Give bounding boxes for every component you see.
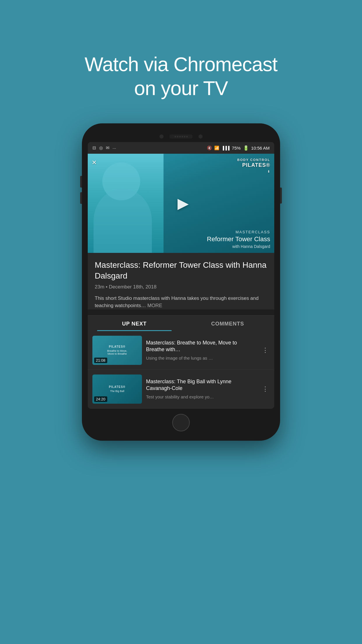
volume-down-button (80, 192, 82, 204)
video-details: Masterclass: Reformer Tower Class with H… (88, 253, 274, 309)
video-overlay-title: Reformer Tower Class (207, 235, 270, 243)
video-meta: 23m • December 18th, 2018 (95, 284, 267, 290)
front-camera (159, 134, 164, 139)
video-overlay-subtitle: with Hanna Dalsgard (207, 244, 270, 249)
close-button[interactable]: × (92, 158, 96, 167)
thumbnail-2: PILATES® The Big Ball 24:20 (92, 374, 142, 404)
home-button[interactable] (172, 414, 190, 431)
video-tag: MASTERCLASS (207, 230, 270, 234)
volume-up-button (80, 176, 82, 188)
phone-body: ⊟ ◎ ✉ ··· 🔇 📶 ▐▐▐ 75% 🔋 10:56 AM (82, 123, 280, 441)
duration-2: 24:20 (94, 396, 107, 402)
thumbnail-logo-1: PILATES® (109, 345, 126, 348)
battery-percent: 75% (232, 146, 241, 150)
video-item-title-1: Masterclass: Breathe to Move, Move to Br… (146, 340, 257, 353)
phone-screen: ⊟ ◎ ✉ ··· 🔇 📶 ▐▐▐ 75% 🔋 10:56 AM (88, 142, 274, 409)
clock-display: 10:56 AM (251, 146, 270, 150)
earpiece-speaker (169, 134, 193, 139)
brand-logo: BODY CONTROL PILATES® ⬇ (237, 158, 270, 174)
power-button (280, 188, 282, 204)
body-shape (94, 189, 152, 253)
instructor-image (88, 154, 164, 253)
thumbnail-title-1: Breathe to Move,Move to Breathe (105, 349, 130, 355)
video-item-desc-1: Using the image of the lungs as … (146, 355, 257, 361)
video-thumbnail[interactable]: × BODY CONTROL PILATES® ⬇ ▶ MASTERCLASS … (88, 154, 274, 253)
more-button[interactable]: MORE (147, 303, 162, 308)
volume-buttons (80, 176, 82, 204)
video-item-title-2: Masterclass: The Big Ball with Lynne Cav… (146, 378, 257, 392)
video-item-desc-2: Test your stability and explore yo… (146, 394, 257, 400)
video-info-2: Masterclass: The Big Ball with Lynne Cav… (146, 378, 257, 400)
up-next-list: PILATES® Breathe to Move,Move to Breathe… (88, 331, 274, 409)
brand-download-icon: ⬇ (237, 169, 270, 174)
battery-icon: 🔋 (243, 145, 249, 151)
status-bar: ⊟ ◎ ✉ ··· 🔇 📶 ▐▐▐ 75% 🔋 10:56 AM (88, 142, 274, 154)
brand-name-line1: BODY CONTROL (237, 158, 270, 162)
video-title: Masterclass: Reformer Tower Class with H… (95, 260, 267, 281)
list-item[interactable]: PILATES® Breathe to Move,Move to Breathe… (88, 331, 274, 370)
thumbnail-1: PILATES® Breathe to Move,Move to Breathe… (92, 336, 142, 365)
description-text: This short Studio masterclass with Hanna… (95, 295, 259, 309)
more-status-icon: ··· (113, 146, 116, 150)
phone-bottom (88, 409, 274, 435)
tab-up-next[interactable]: UP NEXT (88, 316, 181, 331)
alarm-status-icon: ◎ (99, 145, 103, 150)
phone-top-bar (88, 129, 274, 142)
wifi-icon: 📶 (214, 146, 219, 150)
phone-mockup: ⊟ ◎ ✉ ··· 🔇 📶 ▐▐▐ 75% 🔋 10:56 AM (82, 123, 280, 441)
sensor (198, 134, 203, 139)
tab-comments[interactable]: COMMENTS (181, 316, 274, 331)
video-info-1: Masterclass: Breathe to Move, Move to Br… (146, 340, 257, 361)
image-status-icon: ⊟ (92, 145, 96, 150)
list-item[interactable]: PILATES® The Big Ball 24:20 Masterclass:… (88, 370, 274, 409)
more-options-2[interactable]: ⋮ (261, 383, 270, 395)
thumbnail-title-2: The Big Ball (108, 390, 127, 393)
status-bar-left: ⊟ ◎ ✉ ··· (92, 145, 116, 150)
headline: Watch via Chromecast on your TV (85, 26, 277, 100)
more-options-1[interactable]: ⋮ (261, 344, 270, 356)
brand-name-pilates: PILATES® (237, 162, 270, 169)
duration-1: 21:08 (94, 358, 107, 363)
play-button[interactable]: ▶ (173, 193, 193, 214)
video-description: This short Studio masterclass with Hanna… (95, 295, 267, 309)
headline-text: Watch via Chromecast on your TV (85, 52, 277, 100)
video-overlay-info: MASTERCLASS Reformer Tower Class with Ha… (207, 230, 270, 249)
thumbnail-logo-2: PILATES® (109, 385, 126, 388)
mail-status-icon: ✉ (106, 145, 110, 150)
mute-icon: 🔇 (207, 146, 212, 150)
signal-icon: ▐▐▐ (222, 146, 230, 150)
status-bar-right: 🔇 📶 ▐▐▐ 75% 🔋 10:56 AM (207, 145, 270, 151)
tabs-bar: UP NEXT COMMENTS (88, 315, 274, 331)
